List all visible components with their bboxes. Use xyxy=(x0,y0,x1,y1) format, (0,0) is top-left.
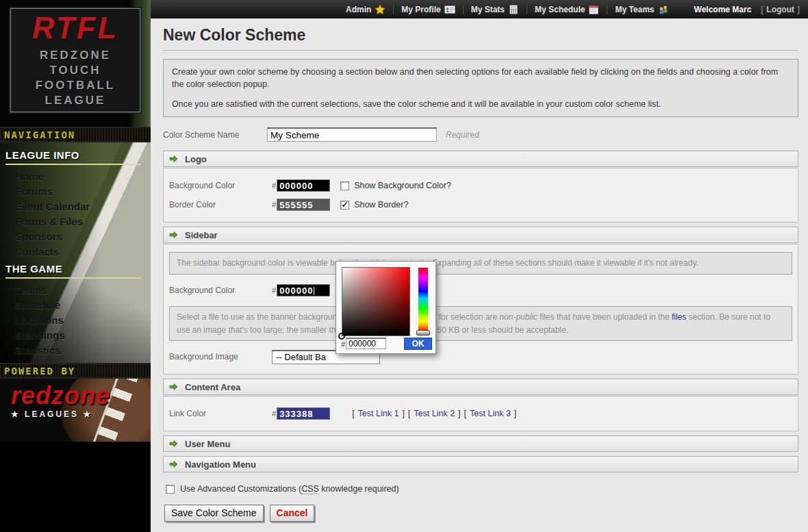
link-color-input[interactable]: 333388 xyxy=(277,407,330,420)
bracket: [ xyxy=(352,409,354,418)
color-value: 000000 xyxy=(279,286,313,296)
star-icon xyxy=(375,5,386,14)
menu-item-my-profile-label: My Profile xyxy=(401,5,440,14)
powered-by-led-strip: POWERED BY xyxy=(0,363,151,379)
menu-item-my-teams[interactable]: My Teams xyxy=(607,5,676,14)
check-mark: ✓ xyxy=(342,201,349,209)
league-logo-line: REDZONE xyxy=(40,48,111,63)
test-link-wrap: [Test Link 3] xyxy=(464,409,517,418)
green-arrow-icon xyxy=(169,231,178,238)
background-image-row: Background Image -- Default Ba xyxy=(169,347,792,366)
color-scheme-name-input[interactable] xyxy=(267,127,437,142)
page-title: New Color Scheme xyxy=(163,26,798,45)
sidebar-item-event-calendar[interactable]: Event Calendar xyxy=(0,199,151,214)
required-hint: Required xyxy=(446,130,479,140)
form-buttons: Save Color Scheme Cancel xyxy=(164,505,798,522)
show-bg-color-checkbox[interactable] xyxy=(340,181,349,190)
cancel-button[interactable]: Cancel xyxy=(270,505,315,522)
color-selection-marker[interactable] xyxy=(338,333,345,340)
league-logo-line: LEAGUE xyxy=(45,93,106,108)
menu-item-admin-label: Admin xyxy=(346,5,371,14)
redzone-brand-name: redzone xyxy=(11,384,151,407)
league-logo-abbr: RTFL xyxy=(32,12,118,43)
sidebar-item-home[interactable]: Home xyxy=(0,168,151,183)
color-scheme-name-label: Color Scheme Name xyxy=(163,130,267,140)
note-text: files that have been uploaded in the xyxy=(538,312,672,322)
sidebar-bg-color-input[interactable]: 000000 xyxy=(277,284,330,296)
advanced-label-text: Use Advanced Customizations ( xyxy=(180,484,301,494)
sidebar-item-forums[interactable]: Forums xyxy=(0,183,151,199)
field-label: Background Color xyxy=(169,181,272,190)
section-header-user-menu[interactable]: User Menu xyxy=(163,435,798,452)
sidebar-logo-area: RTFL REDZONE TOUCH FOOTBALL LEAGUE xyxy=(0,0,151,127)
green-arrow-icon xyxy=(169,461,178,468)
instructions-box: Create your own color scheme by choosing… xyxy=(163,59,798,117)
redzone-brand-sub: ★ LEAGUES ★ xyxy=(11,409,151,419)
instructions-paragraph: Create your own color scheme by choosing… xyxy=(172,66,790,90)
field-label: Background Color xyxy=(169,286,272,295)
picker-ok-button[interactable]: OK xyxy=(404,338,432,350)
logout-link[interactable]: Logout xyxy=(763,5,797,14)
show-border-checkbox[interactable]: ✓ xyxy=(340,201,349,210)
section-body-sidebar: The sidebar background color is viewable… xyxy=(163,244,798,375)
section-header-sidebar[interactable]: Sidebar xyxy=(163,227,798,243)
field-label: Background Image xyxy=(169,352,272,362)
redzone-leagues-logo: redzone ★ LEAGUES ★ xyxy=(0,379,151,442)
section-title: Navigation Menu xyxy=(185,459,256,470)
field-label: Link Color xyxy=(169,409,272,418)
hash-sign: # xyxy=(341,340,345,349)
advanced-label-text: knowledge required) xyxy=(319,484,399,494)
test-link-1[interactable]: Test Link 1 xyxy=(358,409,399,418)
menu-item-my-schedule[interactable]: My Schedule xyxy=(527,5,607,14)
hue-slider-handle[interactable] xyxy=(416,330,430,335)
section-body-logo: Background Color # 000000 Show Backgroun… xyxy=(163,168,798,223)
save-color-scheme-button[interactable]: Save Color Scheme xyxy=(164,505,264,522)
menu-item-my-schedule-label: My Schedule xyxy=(535,5,585,14)
logo-border-color-input[interactable]: 555555 xyxy=(277,199,330,211)
menu-item-admin[interactable]: Admin xyxy=(338,5,393,14)
css-abbr: CSS xyxy=(301,484,319,494)
bracket: ] xyxy=(514,409,516,418)
sidebar-item-standings[interactable]: Standings xyxy=(0,327,151,342)
sidebar-item-teams[interactable]: Teams xyxy=(0,282,151,297)
advanced-customizations-row: Use Advanced Customizations (CSS knowled… xyxy=(166,484,798,494)
section-header-logo[interactable]: Logo xyxy=(163,151,798,167)
section-title: Content Area xyxy=(185,382,240,392)
advanced-customizations-checkbox[interactable] xyxy=(166,485,175,494)
files-link[interactable]: files xyxy=(672,312,686,322)
picker-hex-input[interactable] xyxy=(346,338,386,349)
sidebar-item-sponsors[interactable]: Sponsors xyxy=(0,229,151,244)
sidebar-bg-note: The sidebar background color is viewable… xyxy=(169,252,792,275)
checkbox-label: Show Border? xyxy=(354,200,408,210)
sidebar-item-locations[interactable]: Locations xyxy=(0,312,151,327)
vcard-icon xyxy=(444,5,455,14)
logout-wrap: [Logout] xyxy=(761,5,800,14)
group-icon xyxy=(658,5,669,14)
test-link-3[interactable]: Test Link 3 xyxy=(470,409,511,418)
section-header-content-area[interactable]: Content Area xyxy=(163,379,798,395)
green-arrow-icon xyxy=(169,155,178,162)
logo-bg-color-input[interactable]: 000000 xyxy=(277,179,330,192)
banner-image-note: Select a file to use as the banner backg… xyxy=(169,306,792,341)
note-emphasis: non-public xyxy=(499,312,537,322)
calculator-icon xyxy=(508,5,519,14)
test-link-wrap: [Test Link 2] xyxy=(408,409,461,418)
sidebar-item-statistics[interactable]: Statistics xyxy=(0,342,151,357)
menu-item-my-profile[interactable]: My Profile xyxy=(393,5,462,14)
field-label: Border Color xyxy=(169,200,272,210)
section-title: Logo xyxy=(185,154,207,164)
bracket: ] xyxy=(458,409,460,418)
hash-sign: # xyxy=(272,201,276,209)
text-caret xyxy=(314,287,314,295)
sidebar-navigation: LEAGUE INFO Home Forums Event Calendar F… xyxy=(0,142,151,363)
logout-bracket: ] xyxy=(797,5,800,14)
hue-slider-bar[interactable] xyxy=(418,268,428,331)
test-link-2[interactable]: Test Link 2 xyxy=(414,409,455,418)
menu-item-my-stats[interactable]: My Stats xyxy=(463,5,527,14)
sidebar-item-schedule[interactable]: Schedule xyxy=(0,297,151,312)
green-arrow-icon xyxy=(169,440,178,447)
saturation-value-gradient[interactable] xyxy=(342,267,410,336)
sidebar-item-contacts[interactable]: Contacts xyxy=(0,244,151,259)
section-header-navigation-menu[interactable]: Navigation Menu xyxy=(163,456,798,472)
sidebar-item-forms-files[interactable]: Forms & Files xyxy=(0,214,151,229)
